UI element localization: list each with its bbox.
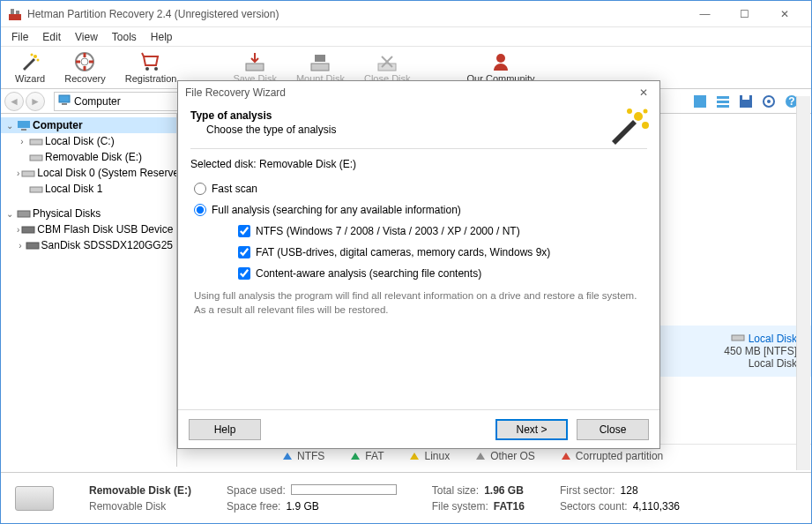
legend-other: Other OS [476, 450, 535, 462]
minimize-button[interactable]: — [685, 2, 725, 26]
next-button[interactable]: Next > [495, 419, 568, 440]
svg-rect-32 [30, 187, 42, 192]
full-analysis-label: Full analysis (searching for any availab… [212, 204, 461, 216]
legend-label: Linux [424, 450, 450, 462]
expander-icon[interactable]: › [17, 168, 19, 178]
recovery-button[interactable]: Recovery [56, 49, 114, 86]
full-analysis-input[interactable] [194, 204, 206, 216]
close-dialog-button[interactable]: Close [577, 419, 649, 440]
expander-icon[interactable]: › [17, 137, 27, 146]
fat-checkbox[interactable]: FAT (USB-drives, digital cameras, memory… [190, 246, 647, 258]
status-spaceused-lbl: Space used: [227, 484, 286, 497]
expander-icon[interactable]: ⌄ [4, 121, 15, 131]
status-diskname: Removable Disk (E:) [89, 484, 191, 497]
tree-local1[interactable]: Local Disk 1 [1, 181, 176, 197]
view-list-button[interactable] [714, 93, 732, 110]
svg-point-14 [496, 54, 505, 63]
space-used-bar [291, 484, 397, 495]
app-icon [8, 7, 22, 21]
svg-rect-12 [315, 55, 325, 62]
wizard-label: Wizard [15, 73, 45, 84]
scrollbar[interactable] [796, 96, 810, 470]
nav-forward-button[interactable]: ► [26, 92, 45, 111]
menu-file[interactable]: File [4, 29, 35, 45]
svg-point-37 [634, 112, 643, 121]
fast-scan-label: Fast scan [212, 183, 257, 195]
tree-local0[interactable]: › Local Disk 0 (System Reserved [1, 165, 176, 181]
address-text: Computer [74, 95, 121, 108]
status-totalsize-lbl: Total size: [432, 484, 479, 497]
tree-removable[interactable]: Removable Disk (E:) [1, 149, 176, 165]
tree-label: Physical Disks [33, 207, 101, 220]
wizard-button[interactable]: Wizard [6, 49, 54, 86]
help-button-label: Help [214, 423, 236, 436]
content-check-input[interactable] [238, 267, 250, 280]
dialog-titlebar: File Recovery Wizard ✕ [178, 81, 659, 104]
expander-icon[interactable]: › [17, 241, 24, 251]
tree-computer[interactable]: ⌄ Computer [1, 117, 176, 133]
menu-edit[interactable]: Edit [35, 29, 68, 45]
disk-icon [26, 240, 40, 251]
drive-summary[interactable]: Local Disk 450 MB [NTFS] Local Disk [724, 333, 797, 370]
expander-icon[interactable]: ⌄ [4, 209, 15, 219]
status-totalsize-val: 1.96 GB [484, 484, 524, 497]
drive-label: Local Disk [724, 357, 797, 370]
options-icon-button[interactable] [760, 93, 778, 110]
dialog-button-row: Help Next > Close [178, 409, 659, 448]
help-button[interactable]: Help [189, 419, 261, 440]
drive-size: 450 MB [NTFS] [724, 345, 797, 357]
status-space-col: Space used: Space free: 1.9 GB [227, 484, 397, 513]
legend-label: NTFS [297, 450, 324, 462]
legend-corrupted: Corrupted partition [562, 450, 663, 462]
fast-scan-radio[interactable]: Fast scan [190, 183, 647, 195]
legend-label: Other OS [490, 450, 535, 462]
status-spacefree-lbl: Space free: [227, 500, 280, 513]
dialog-body: Type of analysis Choose the type of anal… [178, 104, 659, 409]
content-aware-checkbox[interactable]: Content-aware analysis (searching file c… [190, 267, 647, 280]
dialog-subheading: Choose the type of analysis [190, 124, 647, 136]
physical-disk-icon [17, 208, 31, 219]
ntfs-checkbox[interactable]: NTFS (Windows 7 / 2008 / Vista / 2003 / … [190, 225, 647, 237]
maximize-button[interactable]: ☐ [725, 2, 764, 26]
tree-sandisk[interactable]: › SanDisk SDSSDX120GG25 [1, 237, 176, 253]
tree-label: Computer [33, 119, 83, 131]
status-sectorscount-lbl: Sectors count: [560, 500, 628, 513]
fast-scan-input[interactable] [194, 183, 206, 195]
tree-localc[interactable]: › Local Disk (C:) [1, 133, 176, 149]
svg-rect-35 [26, 243, 39, 249]
status-size-col: Total size: 1.96 GB File system: FAT16 [432, 484, 525, 513]
file-recovery-wizard-dialog: File Recovery Wizard ✕ Type of analysis … [177, 80, 660, 449]
menu-tools[interactable]: Tools [105, 29, 144, 45]
dialog-close-button[interactable]: ✕ [635, 86, 652, 99]
expander-icon[interactable]: › [17, 225, 19, 235]
ntfs-check-input[interactable] [238, 225, 250, 237]
status-disktype: Removable Disk [89, 500, 191, 513]
svg-point-40 [644, 109, 648, 114]
registration-button[interactable]: Registration [116, 49, 186, 86]
tree-physical[interactable]: ⌄ Physical Disks [1, 206, 176, 221]
computer-icon [17, 120, 31, 131]
view-tiles-button[interactable] [691, 93, 709, 110]
svg-rect-27 [18, 121, 30, 128]
svg-rect-34 [22, 227, 34, 233]
save-icon-button[interactable] [737, 93, 755, 110]
menu-view[interactable]: View [68, 29, 105, 45]
menu-help[interactable]: Help [144, 29, 180, 45]
full-analysis-radio[interactable]: Full analysis (searching for any availab… [190, 204, 647, 216]
tree-cbm[interactable]: › CBM Flash Disk USB Device [1, 221, 176, 237]
close-button[interactable]: ✕ [764, 2, 804, 26]
legend-label: FAT [365, 450, 384, 462]
window-title: Hetman Partition Recovery 2.4 (Unregiste… [27, 8, 685, 20]
tree-label: Local Disk (C:) [45, 135, 115, 147]
tree-label: Removable Disk (E:) [45, 151, 142, 163]
fat-check-input[interactable] [238, 246, 250, 258]
nav-back-button[interactable]: ◄ [4, 92, 24, 111]
svg-text:?: ? [788, 95, 794, 108]
svg-rect-33 [18, 211, 30, 217]
legend-fat: FAT [351, 450, 384, 462]
svg-point-9 [154, 67, 158, 71]
svg-point-8 [145, 67, 149, 71]
svg-rect-13 [378, 64, 396, 71]
disk-icon [29, 183, 43, 194]
mountdisk-icon [309, 51, 331, 72]
